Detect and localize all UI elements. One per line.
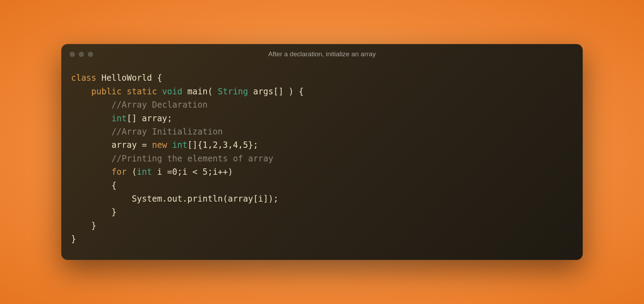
- maximize-icon[interactable]: [88, 52, 93, 57]
- comment: //Array Declaration: [112, 100, 208, 110]
- brace: }: [91, 221, 96, 231]
- keyword-new: new: [152, 140, 167, 150]
- number: 0: [172, 167, 177, 177]
- class-name: HelloWorld: [102, 73, 152, 83]
- type-string: String: [218, 87, 248, 96]
- ident-inc: i++: [213, 167, 228, 177]
- comma: ,: [218, 140, 223, 150]
- brace: {: [299, 87, 303, 96]
- minimize-icon[interactable]: [79, 52, 84, 57]
- number: 5: [203, 167, 208, 177]
- comma: ,: [228, 140, 233, 150]
- paren-close: ): [288, 87, 293, 96]
- semicolon: ;: [177, 167, 182, 177]
- number: 1: [203, 140, 208, 150]
- keyword-class: class: [71, 73, 96, 83]
- brace-open: {: [197, 140, 202, 150]
- paren-open: (: [132, 167, 136, 177]
- brace: }: [112, 207, 117, 217]
- brackets: []: [187, 140, 197, 150]
- keyword-static: static: [127, 87, 157, 96]
- number: 4: [233, 140, 238, 150]
- close-icon[interactable]: [70, 52, 75, 57]
- code-editor[interactable]: class HelloWorld { public static void ma…: [61, 64, 583, 260]
- ident-array: array: [142, 114, 167, 123]
- method-name: main: [187, 87, 208, 96]
- op-lt: <: [192, 167, 197, 177]
- keyword-public: public: [91, 87, 122, 96]
- number: 5: [243, 140, 248, 150]
- brackets: []: [127, 114, 137, 123]
- code-window: After a declaration, initialize an array…: [61, 44, 583, 260]
- args-ident: args[]: [253, 87, 284, 96]
- paren-open: (: [208, 87, 212, 96]
- semicolon: ;: [167, 114, 172, 123]
- semicolon: ;: [208, 167, 212, 177]
- comma: ,: [208, 140, 212, 150]
- keyword-void: void: [162, 87, 182, 96]
- number: 3: [223, 140, 228, 150]
- keyword-for: for: [112, 167, 127, 177]
- comment: //Printing the elements of array: [112, 154, 273, 164]
- ident-i: i: [182, 167, 187, 177]
- window-title: After a declaration, initialize an array: [61, 50, 583, 58]
- println-stmt: System.out.println(array[i]);: [132, 194, 278, 204]
- keyword-int: int: [137, 167, 152, 177]
- ident-i: i =: [157, 167, 172, 177]
- brace: {: [157, 73, 162, 83]
- number: 2: [213, 140, 218, 150]
- paren-close: ): [228, 167, 233, 177]
- semicolon: ;: [253, 140, 258, 150]
- comma: ,: [238, 140, 243, 150]
- keyword-int: int: [172, 140, 187, 150]
- brace-close: }: [248, 140, 253, 150]
- comment: //Array Initialization: [112, 127, 223, 137]
- keyword-int: int: [112, 114, 127, 123]
- titlebar: After a declaration, initialize an array: [61, 44, 583, 64]
- traffic-lights: [70, 52, 93, 57]
- ident-array: array: [112, 140, 137, 150]
- brace: {: [112, 181, 117, 190]
- op-equals: =: [142, 140, 147, 150]
- brace: }: [71, 234, 76, 244]
